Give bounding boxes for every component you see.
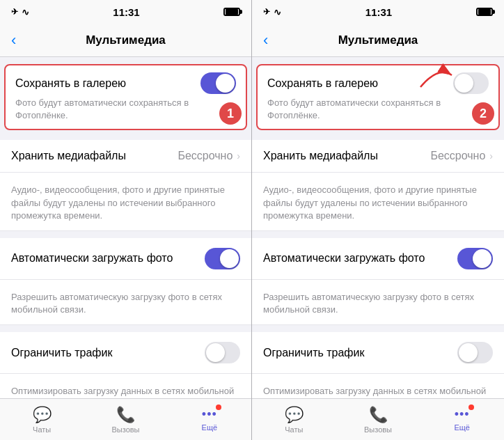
nav-title-2: Мультимедиа <box>338 33 418 47</box>
tab-more-1[interactable]: ••• Ещё <box>168 407 251 432</box>
status-bar-2: ✈ ∿ 11:31 <box>252 0 504 24</box>
keep-media-value-2: Бессрочно <box>430 150 485 162</box>
save-gallery-sublabel-2: Фото будут автоматически сохраняться в Ф… <box>267 97 489 122</box>
limit-traffic-desc-row-1: Оптимизировать загрузку данных в сетях м… <box>0 374 251 398</box>
keep-media-desc-row-1: Аудио-, видеосообщения, фото и другие пр… <box>0 173 251 231</box>
save-gallery-box-1: Сохранять в галерею Фото будут автоматич… <box>6 65 246 129</box>
save-gallery-label-2: Сохранять в галерею <box>267 77 378 90</box>
tab-more-badge-wrapper-2: ••• <box>455 407 470 422</box>
wifi-icon-2: ∿ <box>274 7 281 17</box>
auto-download-row-2: Автоматически загружать фото <box>252 238 504 280</box>
auto-download-desc-1: Разрешить автоматическую загрузку фото в… <box>11 291 240 316</box>
auto-download-toggle-1[interactable] <box>205 248 240 269</box>
auto-download-label-2: Автоматически загружать фото <box>263 252 425 265</box>
save-gallery-section-1: Сохранять в галерею Фото будут автоматич… <box>6 65 246 129</box>
calls-icon-1: 📞 <box>116 406 135 424</box>
phone-panel-1: ✈ ∿ 11:31 ‹ Мультимедиа Сохранять в гале… <box>0 0 252 440</box>
keep-media-desc-2: Аудио-, видеосообщения, фото и другие пр… <box>263 184 493 222</box>
chat-icon-2: 💬 <box>285 406 304 424</box>
more-icon-1: ••• <box>202 407 217 421</box>
save-gallery-label-1: Сохранять в галерею <box>15 77 126 90</box>
status-icons-right-1 <box>223 8 240 16</box>
tab-calls-1[interactable]: 📞 Вызовы <box>84 406 167 434</box>
keep-media-desc-row-2: Аудио-, видеосообщения, фото и другие пр… <box>252 173 504 231</box>
keep-media-right-2: Бессрочно › <box>430 150 493 162</box>
calls-icon-2: 📞 <box>369 406 388 424</box>
more-badge-dot-1 <box>216 404 221 410</box>
keep-media-value-1: Бессрочно <box>178 150 233 162</box>
save-gallery-toggle-2[interactable] <box>453 72 489 94</box>
back-button-1[interactable]: ‹ <box>11 31 16 49</box>
auto-download-row-1: Автоматически загружать фото <box>0 238 251 280</box>
limit-traffic-label-2: Ограничить трафик <box>263 347 364 359</box>
status-time-1: 11:31 <box>113 6 139 18</box>
nav-title-1: Мультимедиа <box>86 33 166 47</box>
limit-traffic-row-2: Ограничить трафик <box>252 332 504 374</box>
settings-list-1: Сохранять в галерею Фото будут автоматич… <box>0 57 251 398</box>
keep-media-chevron-2: › <box>489 150 493 162</box>
tab-calls-label-1: Вызовы <box>111 425 139 434</box>
limit-traffic-desc-1: Оптимизировать загрузку данных в сетях м… <box>11 385 240 398</box>
nav-bar-1: ‹ Мультимедиа <box>0 24 251 57</box>
save-gallery-box-2: Сохранять в галерею <box>258 65 498 129</box>
status-bar-1: ✈ ∿ 11:31 <box>0 0 251 24</box>
tab-calls-2[interactable]: 📞 Вызовы <box>336 406 420 434</box>
back-button-2[interactable]: ‹ <box>263 31 268 49</box>
settings-list-2: Сохранять в галерею <box>252 57 504 398</box>
keep-media-right-1: Бессрочно › <box>178 150 240 162</box>
limit-traffic-row-1: Ограничить трафик <box>0 332 251 374</box>
keep-media-label-2: Хранить медиафайлы <box>263 150 378 162</box>
arrow-annotation-2 <box>417 63 455 89</box>
tab-chats-label-1: Чаты <box>33 425 51 434</box>
save-gallery-section-2: Сохранять в галерею <box>258 65 498 129</box>
tab-more-label-1: Ещё <box>202 423 218 432</box>
limit-traffic-desc-2: Оптимизировать загрузку данных в сетях м… <box>263 385 493 398</box>
limit-traffic-toggle-1[interactable] <box>205 342 240 363</box>
tab-calls-label-2: Вызовы <box>364 425 392 434</box>
more-badge-dot-2 <box>468 404 474 410</box>
tab-more-label-2: Ещё <box>454 423 470 432</box>
tab-more-badge-wrapper-1: ••• <box>202 407 217 422</box>
airplane-icon: ✈ <box>11 7 18 17</box>
limit-traffic-desc-row-2: Оптимизировать загрузку данных в сетях м… <box>252 374 504 398</box>
tab-bar-1: 💬 Чаты 📞 Вызовы ••• Ещё <box>0 398 251 440</box>
keep-media-desc-1: Аудио-, видеосообщения, фото и другие пр… <box>11 184 240 222</box>
airplane-icon-2: ✈ <box>263 7 270 17</box>
keep-media-row-2[interactable]: Хранить медиафайлы Бессрочно › <box>252 140 504 173</box>
more-icon-2: ••• <box>455 407 470 421</box>
nav-bar-2: ‹ Мультимедиа <box>252 24 504 57</box>
save-gallery-row-1: Сохранять в галерею <box>15 72 236 94</box>
keep-media-row-1[interactable]: Хранить медиафайлы Бессрочно › <box>0 140 251 173</box>
auto-download-label-1: Автоматически загружать фото <box>11 252 173 265</box>
battery-icon-1 <box>223 8 240 16</box>
status-icons-left-1: ✈ ∿ <box>11 7 29 17</box>
keep-media-label-1: Хранить медиафайлы <box>11 150 126 162</box>
battery-icon-2 <box>476 8 493 16</box>
auto-download-desc-row-1: Разрешить автоматическую загрузку фото в… <box>0 280 251 325</box>
tab-bar-2: 💬 Чаты 📞 Вызовы ••• Ещё <box>252 398 504 440</box>
auto-download-desc-2: Разрешить автоматическую загрузку фото в… <box>263 291 493 316</box>
save-gallery-sublabel-1: Фото будут автоматически сохраняться в Ф… <box>15 97 236 122</box>
save-gallery-row-2: Сохранять в галерею <box>267 72 489 94</box>
keep-media-chevron-1: › <box>237 150 240 162</box>
phone-panel-2: ✈ ∿ 11:31 ‹ Мультимедиа Сохранять в гале… <box>252 0 504 440</box>
limit-traffic-label-1: Ограничить трафик <box>11 347 112 359</box>
tab-chats-label-2: Чаты <box>285 425 303 434</box>
auto-download-desc-row-2: Разрешить автоматическую загрузку фото в… <box>252 280 504 325</box>
tab-chats-1[interactable]: 💬 Чаты <box>0 406 84 434</box>
wifi-icon: ∿ <box>22 7 29 17</box>
status-icons-right-2 <box>476 8 493 16</box>
chat-icon-1: 💬 <box>33 406 52 424</box>
status-time-2: 11:31 <box>365 6 392 18</box>
tab-more-2[interactable]: ••• Ещё <box>420 407 504 432</box>
save-gallery-toggle-1[interactable] <box>200 72 236 94</box>
tab-chats-2[interactable]: 💬 Чаты <box>252 406 336 434</box>
limit-traffic-toggle-2[interactable] <box>457 342 493 363</box>
status-icons-left-2: ✈ ∿ <box>263 7 281 17</box>
auto-download-toggle-2[interactable] <box>457 248 493 269</box>
